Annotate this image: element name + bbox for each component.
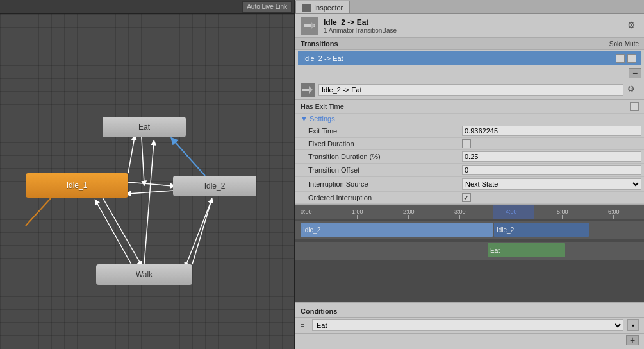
transition-row[interactable]: Idle_2 -> Eat [298, 51, 641, 65]
svg-line-6 [173, 140, 205, 176]
timeline-ruler: 0:00 1:00 2:00 3:00 4:00 [295, 205, 644, 219]
interruption-source-select[interactable]: Next State [462, 178, 641, 190]
transition-svg-icon [303, 19, 316, 32]
ruler-tick-1: 1:00 [352, 209, 363, 219]
transition-icon [301, 17, 318, 35]
exit-time-row: Exit Time [295, 124, 644, 138]
transition-duration-label: Transition Duration (%) [295, 151, 459, 162]
inspector-gear-icon[interactable]: ⚙ [627, 20, 639, 31]
inspector-subtitle: 1 AnimatorTransitionBase [324, 27, 622, 34]
condition-value-select[interactable]: Eat [312, 319, 623, 331]
inspector-title-block: Idle_2 -> Eat 1 AnimatorTransitionBase [324, 18, 622, 34]
track-label-idle2: Idle_2 [303, 226, 320, 234]
svg-line-4 [103, 198, 141, 264]
add-condition-button[interactable]: + [626, 335, 639, 345]
timeline-tracks: Idle_2 Idle_2 Eat [295, 219, 644, 302]
fixed-duration-checkbox[interactable] [462, 139, 471, 148]
svg-line-10 [26, 198, 51, 226]
track-block-idle2-main: Idle_2 [301, 223, 493, 237]
settings-link-row[interactable]: ▼ Settings [295, 114, 644, 124]
transition-row-label: Idle_2 -> Eat [303, 55, 613, 62]
transition-offset-input[interactable] [462, 165, 641, 175]
inspector-tab[interactable]: Inspector [295, 1, 350, 13]
svg-line-2 [128, 182, 173, 186]
svg-line-1 [128, 137, 135, 173]
animator-panel: Auto Live Link [0, 0, 295, 349]
has-exit-time-label: Has Exit Time [301, 103, 630, 110]
conditions-header: Conditions [295, 305, 644, 318]
transition-offset-row: Transition Offset [295, 164, 644, 177]
condition-dropdown-arrow[interactable]: ▾ [627, 319, 639, 331]
state-idle2[interactable]: Idle_2 [173, 176, 256, 196]
transitions-section: Transitions Solo Mute Idle_2 -> Eat − [295, 38, 644, 80]
inspector-tab-bar: Inspector [295, 0, 644, 14]
ruler-tick-2: 2:00 [403, 209, 415, 219]
has-exit-time-row: Has Exit Time [295, 100, 644, 114]
mute-checkbox[interactable] [627, 54, 636, 63]
exit-time-label: Exit Time [295, 125, 459, 137]
transitions-section-header: Transitions Solo Mute [295, 38, 644, 50]
ruler-tick-0: 0:00 [301, 209, 312, 219]
conditions-label: Conditions [301, 307, 337, 315]
track-label-eat: Eat [490, 247, 500, 254]
interruption-source-label: Interruption Source [295, 178, 459, 190]
condition-eq-label: = [301, 321, 308, 329]
settings-link[interactable]: ▼ Settings [301, 115, 335, 123]
ordered-interruption-checkbox[interactable]: ✓ [462, 193, 471, 202]
solo-checkbox[interactable] [616, 54, 625, 63]
has-exit-time-checkbox[interactable] [630, 102, 639, 111]
svg-marker-14 [309, 86, 313, 94]
inspector-panel: Inspector Idle_2 -> Eat 1 AnimatorTransi… [295, 0, 644, 349]
transitions-col-labels: Solo Mute [609, 40, 639, 47]
animator-toolbar: Auto Live Link [0, 0, 294, 14]
state-idle1[interactable]: Idle_1 [26, 173, 128, 198]
svg-line-7 [192, 200, 211, 264]
sub-transition-icon [301, 83, 315, 97]
sub-transition-row: ⚙ [295, 80, 644, 100]
track-block-idle2-dark: Idle_2 [494, 223, 589, 237]
transition-offset-label: Transition Offset [295, 164, 459, 176]
track-bg-2 [295, 242, 644, 260]
svg-line-9 [144, 142, 154, 264]
svg-line-8 [186, 200, 211, 266]
sub-transition-input[interactable] [318, 84, 623, 96]
mute-label: Mute [625, 40, 639, 47]
animator-canvas: Eat Idle_1 Idle_2 Walk [0, 14, 294, 349]
inspector-tab-label: Inspector [314, 4, 343, 12]
ordered-interruption-label: Ordered Interruption [295, 192, 459, 203]
conditions-section: Conditions = Eat ▾ + [295, 302, 644, 349]
track-row-idle2: Idle_2 Idle_2 [295, 221, 644, 239]
transition-duration-input[interactable] [462, 151, 641, 162]
auto-live-link-button[interactable]: Auto Live Link [242, 1, 292, 13]
track-block-eat: Eat [488, 243, 565, 257]
state-walk[interactable]: Walk [96, 264, 192, 285]
svg-marker-12 [311, 22, 315, 30]
state-eat[interactable]: Eat [103, 117, 186, 137]
check-icon: ✓ [463, 194, 469, 201]
inspector-tab-icon [302, 4, 311, 12]
sub-transition-svg [302, 84, 313, 96]
svg-line-5 [96, 201, 131, 264]
fixed-duration-label: Fixed Duration [295, 138, 459, 149]
ordered-interruption-row: Ordered Interruption ✓ [295, 192, 644, 204]
fixed-duration-row: Fixed Duration [295, 138, 644, 150]
minus-btn-row: − [295, 67, 644, 80]
solo-label: Solo [609, 40, 622, 47]
svg-line-3 [128, 191, 173, 194]
properties-area: Has Exit Time ▼ Settings Exit Time Fixed… [295, 100, 644, 205]
timeline-area: 0:00 1:00 2:00 3:00 4:00 [295, 205, 644, 302]
sub-settings-gear-icon[interactable]: ⚙ [627, 84, 639, 96]
ruler-tick-5: 5:00 [557, 209, 568, 219]
conditions-bottom-bar: + [295, 333, 644, 346]
minus-button[interactable]: − [629, 68, 641, 78]
exit-time-input[interactable] [462, 126, 641, 136]
inspector-header: Idle_2 -> Eat 1 AnimatorTransitionBase ⚙ [295, 14, 644, 38]
ruler-tick-6: 6:00 [608, 209, 620, 219]
ruler-tick-3: 3:00 [454, 209, 466, 219]
track-label-idle2-dark: Idle_2 [497, 226, 514, 234]
track-row-eat: Eat [295, 242, 644, 260]
condition-row: = Eat ▾ [295, 318, 644, 333]
transition-duration-row: Transition Duration (%) [295, 150, 644, 164]
ruler-highlight [493, 205, 534, 219]
transitions-label: Transitions [301, 40, 609, 47]
